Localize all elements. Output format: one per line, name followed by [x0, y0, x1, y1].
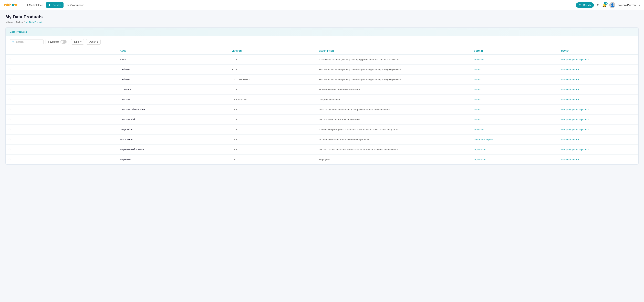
- actions-cell-6: ⋮: [627, 115, 638, 125]
- more-button-1[interactable]: ⋮: [630, 67, 636, 72]
- table-row: ☆ Customer Risk 0.0.0 this represents th…: [6, 115, 638, 125]
- table-row: ☆ EmployeePerformance 0.2.0 this data pr…: [6, 145, 638, 155]
- domain-link-6[interactable]: finance: [474, 118, 481, 121]
- table-row: ☆ Batch 0.0.0 A quantity of Products (in…: [6, 54, 638, 65]
- nav-builder-label: Builder: [53, 4, 61, 7]
- header-right: 🔍 Search ⚙ 🔔 14 👤 Lorenzo Pirazzini ▾: [576, 2, 640, 8]
- more-button-9[interactable]: ⋮: [630, 147, 636, 152]
- settings-button[interactable]: ⚙: [596, 3, 600, 7]
- search-button[interactable]: 🔍 Search: [576, 2, 594, 8]
- domain-link-0[interactable]: healthcare: [474, 58, 484, 61]
- search-input[interactable]: [16, 41, 40, 43]
- star-cell-5: ☆: [6, 105, 117, 115]
- more-button-10[interactable]: ⋮: [630, 157, 636, 162]
- star-icon-4[interactable]: ☆: [8, 98, 11, 101]
- owner-chevron-icon: ▾: [97, 41, 98, 43]
- owner-filter-button[interactable]: Owner ▾: [86, 39, 100, 45]
- domain-link-5[interactable]: finance: [474, 108, 481, 111]
- star-cell-2: ☆: [6, 75, 117, 85]
- star-icon-9[interactable]: ☆: [8, 148, 11, 151]
- owner-link-4[interactable]: datameshplatform: [561, 98, 579, 101]
- breadcrumb: witboost / Builder / My Data Products: [6, 21, 638, 23]
- more-button-8[interactable]: ⋮: [630, 137, 636, 142]
- more-button-5[interactable]: ⋮: [630, 107, 636, 112]
- star-icon-0[interactable]: ☆: [8, 58, 11, 61]
- owner-cell-1: datameshplatform: [558, 65, 627, 75]
- owner-link-5[interactable]: user:paolo.platter_agilelab.it: [561, 108, 589, 111]
- nav-marketplace-label: Marketplace: [29, 4, 43, 7]
- star-icon-5[interactable]: ☆: [8, 108, 11, 111]
- more-button-6[interactable]: ⋮: [630, 117, 636, 122]
- star-icon-2[interactable]: ☆: [8, 78, 11, 81]
- domain-link-10[interactable]: organization: [474, 158, 486, 161]
- owner-link-1[interactable]: datameshplatform: [561, 68, 579, 71]
- gear-icon: ⚙: [596, 3, 600, 7]
- more-button-0[interactable]: ⋮: [630, 57, 636, 62]
- star-icon-3[interactable]: ☆: [8, 88, 11, 91]
- logo-text-2: st: [14, 3, 18, 7]
- star-icon-6[interactable]: ☆: [8, 118, 11, 121]
- name-cell-7: DrugProduct: [117, 125, 229, 135]
- star-cell-3: ☆: [6, 85, 117, 95]
- star-icon-7[interactable]: ☆: [8, 128, 11, 131]
- breadcrumb-sep-2: /: [24, 21, 25, 23]
- star-cell-1: ☆: [6, 65, 117, 75]
- table-row: ☆ CashFlow 1.0.0 This represents all the…: [6, 65, 638, 75]
- actions-cell-10: ⋮: [627, 155, 638, 165]
- owner-link-8[interactable]: datameshplatform: [561, 138, 579, 141]
- owner-cell-7: user:paolo.platter_agilelab.it: [558, 125, 627, 135]
- type-filter-button[interactable]: Type ▾: [71, 39, 84, 45]
- version-cell-2: 0.10.0-SNAPSHOT-1: [229, 75, 316, 85]
- desc-cell-4: Dataproduct customer: [316, 95, 471, 105]
- avatar: 👤: [609, 2, 615, 8]
- owner-cell-10: datameshplatform: [558, 155, 627, 165]
- domain-link-1[interactable]: finance: [474, 68, 481, 71]
- breadcrumb-builder[interactable]: Builder: [16, 21, 23, 23]
- builder-icon: ◧: [49, 4, 52, 7]
- more-button-4[interactable]: ⋮: [630, 97, 636, 102]
- version-cell-7: 0.0.0: [229, 125, 316, 135]
- more-button-7[interactable]: ⋮: [630, 127, 636, 132]
- star-cell-10: ☆: [6, 155, 117, 165]
- owner-link-0[interactable]: user:paolo.platter_agilelab.it: [561, 58, 589, 61]
- domain-link-4[interactable]: finance: [474, 98, 481, 101]
- more-button-3[interactable]: ⋮: [630, 87, 636, 92]
- owner-link-9[interactable]: user:paolo.platter_agilelab.it: [561, 148, 589, 151]
- version-cell-1: 1.0.0: [229, 65, 316, 75]
- actions-cell-0: ⋮: [627, 54, 638, 65]
- owner-link-3[interactable]: datameshplatform: [561, 88, 579, 91]
- owner-link-6[interactable]: user:paolo.platter_agilelab.it: [561, 118, 589, 121]
- main-content: My Data Products witboost / Builder / My…: [0, 10, 644, 169]
- domain-link-3[interactable]: finance: [474, 88, 481, 91]
- star-icon-10[interactable]: ☆: [8, 158, 11, 161]
- more-button-2[interactable]: ⋮: [630, 77, 636, 82]
- chevron-down-icon: ▾: [639, 4, 640, 6]
- breadcrumb-witboost[interactable]: witboost: [6, 21, 14, 23]
- owner-cell-4: datameshplatform: [558, 95, 627, 105]
- owner-link-2[interactable]: datameshplatform: [561, 78, 579, 81]
- nav-governance[interactable]: ◇ Governance: [64, 2, 87, 8]
- domain-link-2[interactable]: finance: [474, 78, 481, 81]
- domain-link-8[interactable]: customertouchpoint: [474, 138, 493, 141]
- star-icon-1[interactable]: ☆: [8, 68, 11, 71]
- name-cell-3: CC Frauds: [117, 85, 229, 95]
- col-header-domain: DOMAIN: [471, 48, 558, 54]
- star-icon-8[interactable]: ☆: [8, 138, 11, 141]
- domain-link-7[interactable]: healthcare: [474, 128, 484, 131]
- search-input-wrap[interactable]: 🔍: [10, 39, 44, 44]
- desc-cell-3: Frauds detected in the credit cards syst…: [316, 85, 471, 95]
- favourites-filter[interactable]: Favourites: [46, 39, 69, 45]
- notifications-button[interactable]: 🔔 14: [602, 3, 606, 7]
- nav-marketplace[interactable]: ⊞ Marketplace: [23, 2, 46, 8]
- data-products-table: NAME VERSION DESCRIPTION DOMAIN OWNER ☆ …: [6, 48, 638, 164]
- favourites-toggle[interactable]: [60, 40, 66, 44]
- domain-cell-10: organization: [471, 155, 558, 165]
- actions-cell-8: ⋮: [627, 135, 638, 145]
- owner-link-10[interactable]: datameshplatform: [561, 158, 579, 161]
- nav-builder[interactable]: ◧ Builder: [46, 2, 64, 8]
- table-head: NAME VERSION DESCRIPTION DOMAIN OWNER: [6, 48, 638, 54]
- owner-link-7[interactable]: user:paolo.platter_agilelab.it: [561, 128, 589, 131]
- domain-cell-0: healthcare: [471, 54, 558, 65]
- table-row: ☆ CC Frauds 0.0.0 Frauds detected in the…: [6, 85, 638, 95]
- domain-link-9[interactable]: organization: [474, 148, 486, 151]
